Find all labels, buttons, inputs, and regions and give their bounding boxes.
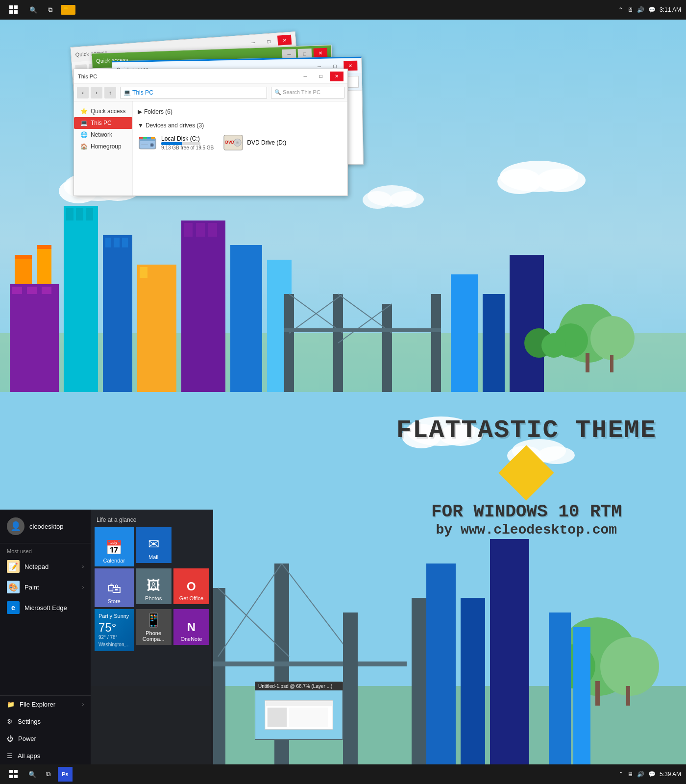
tray-chevron-bottom[interactable]: ⌃ xyxy=(618,771,623,778)
svg-rect-99 xyxy=(289,708,328,727)
svg-rect-24 xyxy=(103,235,132,392)
start-button-bottom[interactable] xyxy=(5,765,23,783)
folder-taskbar-icon[interactable] xyxy=(61,5,75,15)
win4-close[interactable]: ✕ xyxy=(330,72,343,81)
paint-icon: 🎨 xyxy=(7,581,20,593)
drive-c[interactable]: Local Disk (C:) 9.13 GB free of 19.5 GB xyxy=(138,134,214,151)
app-notepad[interactable]: 📝 Notepad › xyxy=(0,556,91,577)
svg-rect-47 xyxy=(510,255,544,392)
tile-onenote[interactable]: N OneNote xyxy=(173,609,209,645)
svg-point-7 xyxy=(537,169,586,192)
clock-bottom: 5:39 AM xyxy=(660,771,681,778)
win2-close[interactable]: ✕ xyxy=(314,48,328,58)
win1-close[interactable]: ✕ xyxy=(277,35,292,46)
win4-search[interactable]: 🔍 Search This PC xyxy=(271,87,344,98)
power-item[interactable]: ⏻ Power xyxy=(0,730,91,747)
start-button-top[interactable] xyxy=(5,1,23,19)
search-button-top[interactable]: 🔍 xyxy=(27,4,39,16)
svg-rect-46 xyxy=(483,294,505,392)
tile-office[interactable]: O Get Office xyxy=(173,568,209,604)
mail-tile-icon: ✉ xyxy=(148,536,159,552)
tray-chat-bottom[interactable]: 💬 xyxy=(648,771,656,778)
svg-rect-1 xyxy=(64,7,68,9)
office-tile-icon: O xyxy=(187,580,196,593)
drive-c-free: 9.13 GB free of 19.5 GB xyxy=(161,145,214,150)
win4-sidebar-network[interactable]: 🌐 Network xyxy=(74,129,132,141)
file-explorer-item[interactable]: 📁 File Explorer › xyxy=(0,696,91,713)
search-button-bottom[interactable]: 🔍 xyxy=(26,768,38,780)
app-paint[interactable]: 🎨 Paint › xyxy=(0,577,91,597)
win4-up[interactable]: ↑ xyxy=(104,87,116,98)
onenote-tile-icon: N xyxy=(187,620,196,634)
app-edge[interactable]: e Microsoft Edge xyxy=(0,597,91,618)
svg-rect-17 xyxy=(12,287,22,294)
settings-item[interactable]: ⚙ Settings xyxy=(0,713,91,730)
svg-rect-92 xyxy=(626,686,630,706)
drive-d-info: DVD Drive (D:) xyxy=(247,139,286,146)
theme-title-line1: Flattastic Theme xyxy=(396,416,657,444)
win4-address[interactable]: 💻 This PC xyxy=(120,87,267,98)
tile-calendar[interactable]: 📅 Calendar xyxy=(95,527,134,566)
photoshop-taskbar-icon[interactable]: Ps xyxy=(58,767,73,782)
tile-weather[interactable]: Partly Sunny 75° 92° / 78° Washington,..… xyxy=(95,609,134,651)
win4-controls: ─ □ ✕ xyxy=(298,72,343,81)
photos-tile-label: Photos xyxy=(145,595,162,601)
tray-monitor-bottom[interactable]: 🖥 xyxy=(627,771,633,778)
win4-sidebar: ⭐ Quick access 💻 This PC 🌐 Network 🏠 Hom… xyxy=(74,101,133,196)
start-bottom-items: 📁 File Explorer › ⚙ Settings ⏻ Power ☰ A… xyxy=(0,695,91,764)
tray-chat-top[interactable]: 💬 xyxy=(648,6,656,13)
win4-net-icon: 🌐 xyxy=(80,131,88,139)
devices-header[interactable]: ▼ Devices and drives (3) xyxy=(138,120,343,131)
svg-rect-19 xyxy=(42,287,51,294)
tray-speaker-bottom[interactable]: 🔊 xyxy=(637,771,644,778)
settings-label: Settings xyxy=(18,718,41,725)
win1-minimize[interactable]: ─ xyxy=(246,37,260,48)
theme-text-overlay: Flattastic Theme For Windows 10 RTM by w… xyxy=(396,416,657,538)
win4-title: This PC xyxy=(78,74,97,79)
tile-mail[interactable]: ✉ Mail xyxy=(136,527,172,563)
bottom-desktop: Untitled-1.psd @ 66.7% (Layer ...) Flatt… xyxy=(0,392,686,784)
svg-rect-21 xyxy=(66,208,74,220)
all-apps-item[interactable]: ☰ All apps xyxy=(0,747,91,764)
task-view-bottom[interactable]: ⧉ xyxy=(42,768,54,780)
power-label: Power xyxy=(18,735,36,742)
task-view-top[interactable]: ⧉ xyxy=(44,4,56,16)
photos-tile-icon: 🖼 xyxy=(147,577,160,593)
paint-label: Paint xyxy=(24,584,39,591)
svg-rect-53 xyxy=(586,353,589,372)
most-used-label: Most used xyxy=(0,543,91,556)
win4-forward[interactable]: › xyxy=(91,87,102,98)
tray-speaker-top[interactable]: 🔊 xyxy=(637,6,644,13)
win4-minimize[interactable]: ─ xyxy=(298,72,312,81)
theme-title-line2: For Windows 10 RTM xyxy=(396,501,657,522)
tile-phone[interactable]: 📱 Phone Compa... xyxy=(136,609,172,645)
win1-maximize[interactable]: □ xyxy=(262,36,276,47)
folders-header[interactable]: ▶ Folders (6) xyxy=(138,106,343,117)
tile-store[interactable]: 🛍 Store xyxy=(95,568,134,608)
win4-back[interactable]: ‹ xyxy=(77,87,89,98)
win4-content: ▶ Folders (6) ▼ Devices and drives (3) xyxy=(133,101,347,196)
notepad-icon: 📝 xyxy=(7,560,20,573)
phone-tile-label: Phone Compa... xyxy=(136,630,172,642)
svg-rect-93 xyxy=(549,612,571,764)
settings-icon: ⚙ xyxy=(7,718,13,725)
ps-thumbnail[interactable]: Untitled-1.psd @ 66.7% (Layer ...) xyxy=(255,682,343,740)
start-user[interactable]: 👤 cleodesktop xyxy=(0,510,91,543)
drive-d-icon-row: DVD DVD Drive (D:) xyxy=(223,134,286,151)
svg-rect-94 xyxy=(573,627,590,764)
win4-sidebar-homegroup[interactable]: 🏠 Homegroup xyxy=(74,141,132,152)
svg-rect-62 xyxy=(147,137,151,139)
svg-point-52 xyxy=(541,333,566,358)
drive-d[interactable]: DVD DVD Drive (D:) xyxy=(223,134,286,151)
win4-sidebar-quickaccess[interactable]: ⭐ Quick access xyxy=(74,105,132,117)
win4-sidebar-thispc[interactable]: 💻 This PC xyxy=(74,117,132,129)
tray-chevron-top[interactable]: ⌃ xyxy=(618,6,623,13)
explorer-stack: Quick access ─ □ ✕ ‹ › ↑ ⭐ Quick access … xyxy=(74,39,416,245)
tile-photos[interactable]: 🖼 Photos xyxy=(136,568,172,604)
svg-rect-12 xyxy=(15,255,32,259)
ps-thumb-content xyxy=(255,690,343,739)
tray-monitor-top[interactable]: 🖥 xyxy=(627,6,633,13)
win4-maximize[interactable]: □ xyxy=(314,72,328,81)
start-menu-right: Life at a glance 📅 Calendar ✉ Mail 🛍 Sto xyxy=(91,510,213,764)
tile-empty-1 xyxy=(173,527,209,566)
